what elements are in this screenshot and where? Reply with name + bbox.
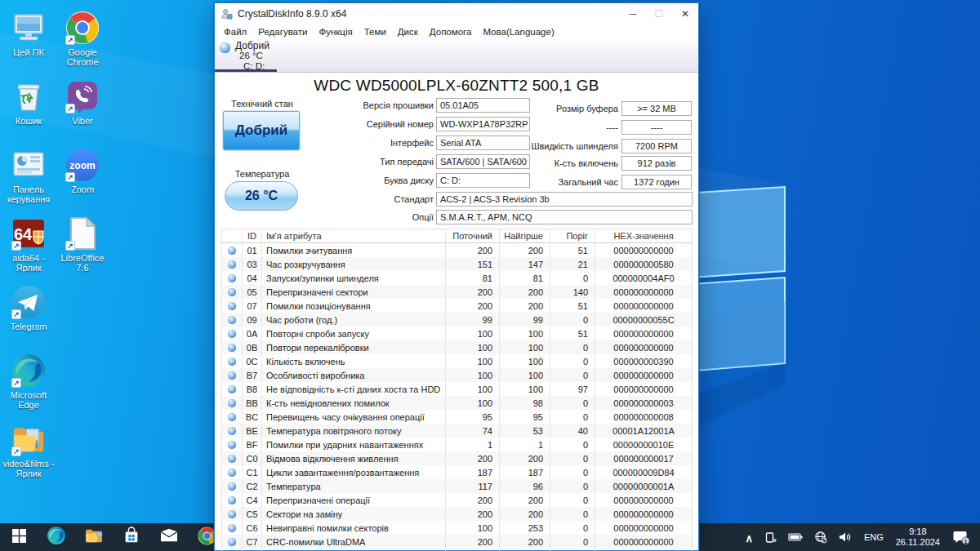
taskbar-microsoft-store-button[interactable] (113, 523, 150, 551)
smart-threshold: 51 (550, 327, 595, 340)
smart-row-C4[interactable]: C4Перепризначені операції200200000000000… (221, 493, 693, 507)
smart-row-BC[interactable]: BCПеревищень часу очікування операції959… (221, 410, 693, 424)
smart-hex: 000000000000 (595, 327, 693, 340)
menu-item-2[interactable]: Функція (313, 27, 358, 37)
tray-battery-icon[interactable] (782, 523, 808, 551)
smart-row-C7[interactable]: C7CRC-помилки UltraDMA200200000000000000… (221, 535, 693, 549)
smart-row-0C[interactable]: 0CКількість включень1001000000000000390 (221, 354, 693, 368)
smart-row-C0[interactable]: C0Відмова відключення живлення2002000000… (221, 451, 693, 465)
smart-worst: 53 (500, 424, 550, 438)
desktop-icon-viber[interactable]: ↗Viber (56, 78, 109, 147)
status-orb-icon (228, 371, 236, 380)
desktop-icon-recycle-bin[interactable]: Кошик (2, 78, 56, 147)
smart-row-BF[interactable]: BFПомилки при ударних навантаженнях11000… (221, 438, 693, 451)
desktop-icon-telegram[interactable]: ↗Telegram (2, 284, 56, 353)
smart-row-B8[interactable]: B8Не відповідність к-сті даних хоста та … (221, 382, 693, 396)
smart-status-cell (221, 438, 243, 451)
desktop-icon-aida64[interactable]: 64↗aida64 - Ярлик (2, 216, 56, 284)
libreoffice-icon: ↗ (65, 216, 100, 251)
close-button[interactable]: ✕ (672, 3, 698, 24)
smart-current: 95 (446, 410, 500, 424)
smart-id: BC (243, 410, 262, 424)
menu-item-1[interactable]: Редагувати (252, 27, 313, 37)
desktop-icon-zoom[interactable]: zoom↗Zoom (56, 147, 109, 216)
desktop-icon-control-panel[interactable]: Панель керування (2, 147, 56, 216)
smart-row-BB[interactable]: BBК-сть невідновлених помилок10098000000… (221, 396, 693, 410)
disk-tab-temp: 26 °C (239, 51, 263, 60)
status-orb-icon (228, 469, 236, 477)
tray-language-indicator[interactable]: ENG (858, 523, 889, 551)
smart-name: Помилки зчитування (262, 243, 446, 257)
smart-threshold: 40 (550, 424, 595, 438)
taskbar-start-button[interactable] (0, 523, 38, 551)
smart-threshold: 97 (550, 382, 595, 396)
tray-chevron-up-icon[interactable]: ∧ (739, 524, 759, 551)
smart-hex: 000000000580 (595, 257, 693, 271)
smart-row-0A[interactable]: 0AПовторні спроби запуску100100510000000… (221, 327, 693, 340)
window-titlebar[interactable]: CrystalDiskInfo 8.9.0 x64 ─ ☐ ✕ (215, 3, 698, 24)
field-value: >= 32 MB (621, 101, 692, 116)
smart-row-C1[interactable]: C1Цикли завантаження/розвантаження187187… (221, 465, 693, 479)
recycle-bin-icon (11, 78, 47, 114)
smart-header-hex: HEX-значення (595, 229, 693, 242)
health-status-button[interactable]: Добрий (223, 111, 300, 150)
desktop-icon-libreoffice[interactable]: ↗LibreOffice 7.6 (56, 216, 109, 284)
smart-threshold: 0 (550, 410, 595, 424)
menu-item-0[interactable]: Файл (218, 27, 252, 37)
taskbar-mail-button[interactable] (150, 523, 188, 551)
smart-row-09[interactable]: 09Час роботи (год.)9999000000000055C (221, 313, 693, 327)
smart-hex: 000000000000 (595, 493, 693, 507)
smart-row-C6[interactable]: C6Невиправні помилки секторів10025300000… (221, 521, 693, 535)
field-label: Стандарт (319, 194, 434, 204)
field-value: S.M.A.R.T., APM, NCQ (436, 210, 693, 224)
smart-current: 200 (446, 451, 500, 465)
smart-name: Відмова відключення живлення (262, 451, 446, 465)
tray-phone-link-icon[interactable] (759, 523, 782, 551)
smart-id: 0B (243, 340, 262, 354)
zoom-icon: zoom↗ (65, 147, 100, 183)
drive-model-title: WDC WD5000LPLX-60ZNTT2 500,1 GB (215, 73, 698, 95)
desktop-icon-this-pc[interactable]: Цей ПК (2, 10, 56, 78)
smart-current: 100 (446, 354, 500, 368)
smart-hex: 00000000001A (595, 479, 693, 493)
desktop-icon-folder[interactable]: ↗video&films - Ярлик (2, 421, 56, 490)
menu-item-3[interactable]: Теми (359, 27, 392, 37)
taskbar-edge-button[interactable] (38, 523, 75, 551)
smart-row-05[interactable]: 05Перепризначені сектори2002001400000000… (221, 285, 693, 299)
smart-row-B7[interactable]: B7Особливості виробника10010000000000000… (221, 368, 693, 382)
desktop-icon-chrome[interactable]: ↗Google Chrome (56, 10, 109, 78)
status-orb-icon (228, 455, 236, 463)
smart-row-BE[interactable]: BEТемпература повітряного потоку74534000… (221, 424, 693, 438)
smart-row-07[interactable]: 07Помилки позиціонування2002005100000000… (221, 299, 693, 313)
smart-row-C5[interactable]: C5Сектори на заміну2002000000000000000 (221, 507, 693, 521)
smart-row-01[interactable]: 01Помилки зчитування20020051000000000000 (221, 243, 693, 257)
field-left-4: Буква дискуC: D: (319, 173, 530, 188)
smart-threshold: 21 (550, 257, 595, 271)
menu-item-5[interactable]: Допомога (424, 27, 478, 37)
disk-selector[interactable]: Добрий 26 °C C: D: (215, 38, 698, 73)
taskbar-file-explorer-button[interactable] (75, 523, 113, 551)
minimize-button[interactable]: ─ (620, 3, 646, 24)
svg-text:zoom: zoom (69, 160, 95, 171)
menu-item-4[interactable]: Диск (392, 27, 424, 37)
smart-row-C2[interactable]: C2Температура11796000000000001A (221, 479, 693, 493)
smart-row-03[interactable]: 03Час розкручування15114721000000000580 (221, 257, 693, 271)
notification-center-icon[interactable]: 1 (947, 523, 980, 551)
desktop-icon-edge[interactable]: ↗Microsoft Edge (2, 353, 56, 421)
tray-date: 26.11.2024 (896, 537, 940, 548)
smart-name: Особливості виробника (262, 368, 446, 382)
tray-clock[interactable]: 9:18 26.11.2024 (889, 527, 947, 548)
smart-status-cell (221, 396, 243, 410)
menu-item-6[interactable]: Мова(Language) (477, 27, 559, 37)
smart-current: 100 (446, 327, 500, 340)
smart-worst: 200 (500, 451, 550, 465)
smart-row-0B[interactable]: 0BПовтори перекалібровки1001000000000000… (221, 340, 693, 354)
smart-threshold: 0 (550, 465, 595, 479)
temperature-button[interactable]: 26 °C (225, 181, 298, 211)
smart-row-04[interactable]: 04Запуски/зупинки шпинделя81810000000004… (221, 271, 693, 285)
smart-name: Цикли завантаження/розвантаження (262, 465, 446, 479)
tray-volume-icon[interactable] (833, 523, 858, 551)
tray-network-globe-icon[interactable] (808, 523, 833, 551)
smart-name: Температура (262, 479, 446, 493)
maximize-button[interactable]: ☐ (646, 3, 672, 24)
